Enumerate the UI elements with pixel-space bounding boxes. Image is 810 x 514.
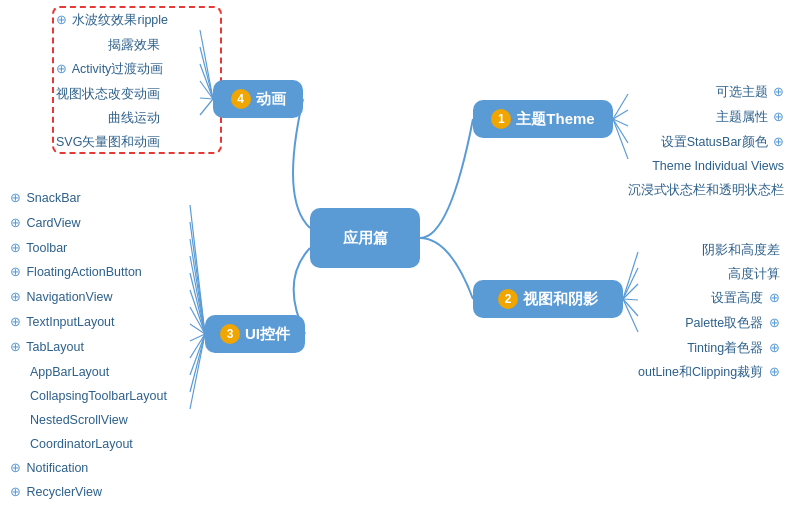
theme-label: 主题Theme <box>516 110 594 129</box>
svg-line-17 <box>190 205 205 334</box>
shadow-item-4[interactable]: Tinting着色器 ⊕ <box>638 338 780 359</box>
svg-line-27 <box>190 334 205 375</box>
uicontrol-item-0[interactable]: ⊕ SnackBar <box>10 188 167 209</box>
animation-badge: 4 <box>231 89 251 109</box>
uicontrol-badge: 3 <box>220 324 240 344</box>
svg-line-26 <box>190 334 205 358</box>
theme-items: 可选主题 ⊕ 主题属性 ⊕ 设置StatusBar颜色 ⊕ Theme Indi… <box>628 82 784 200</box>
svg-line-3 <box>613 119 628 143</box>
shadow-item-3[interactable]: Palette取色器 ⊕ <box>638 313 780 334</box>
uicontrol-item-4[interactable]: ⊕ NavigationView <box>10 287 167 308</box>
svg-line-9 <box>623 299 638 316</box>
uicontrol-item-9[interactable]: NestedScrollView <box>10 410 167 430</box>
svg-line-23 <box>190 307 205 334</box>
svg-line-5 <box>623 252 638 299</box>
theme-item-0[interactable]: 可选主题 ⊕ <box>628 82 784 103</box>
shadow-label: 视图和阴影 <box>523 290 598 309</box>
svg-line-1 <box>613 110 628 119</box>
svg-line-6 <box>623 268 638 299</box>
mindmap-canvas: 应用篇 1 主题Theme 2 视图和阴影 4 动画 3 UI控件 可选主题 ⊕… <box>0 0 810 514</box>
svg-line-28 <box>190 334 205 392</box>
theme-item-2[interactable]: 设置StatusBar颜色 ⊕ <box>628 132 784 153</box>
uicontrol-item-3[interactable]: ⊕ FloatingActionButton <box>10 262 167 283</box>
uicontrol-item-5[interactable]: ⊕ TextInputLayout <box>10 312 167 333</box>
svg-line-2 <box>613 119 628 126</box>
svg-line-7 <box>623 284 638 299</box>
branch-theme[interactable]: 1 主题Theme <box>473 100 613 138</box>
branch-uicontrol[interactable]: 3 UI控件 <box>205 315 305 353</box>
svg-line-18 <box>190 222 205 334</box>
uicontrol-item-10[interactable]: CoordinatorLayout <box>10 434 167 454</box>
svg-line-20 <box>190 256 205 334</box>
svg-line-10 <box>623 299 638 332</box>
uicontrol-item-1[interactable]: ⊕ CardView <box>10 213 167 234</box>
svg-line-21 <box>190 273 205 334</box>
shadow-badge: 2 <box>498 289 518 309</box>
theme-item-4[interactable]: 沉浸式状态栏和透明状态栏 <box>628 180 784 200</box>
uicontrol-item-11[interactable]: ⊕ Notification <box>10 458 167 479</box>
svg-line-25 <box>190 334 205 341</box>
shadow-item-5[interactable]: outLine和Clipping裁剪 ⊕ <box>638 362 780 383</box>
svg-line-24 <box>190 324 205 334</box>
uicontrol-item-2[interactable]: ⊕ Toolbar <box>10 238 167 259</box>
theme-item-3[interactable]: Theme Individual Views <box>628 156 784 176</box>
animation-label: 动画 <box>256 90 286 109</box>
svg-line-22 <box>190 290 205 334</box>
shadow-item-2[interactable]: 设置高度 ⊕ <box>638 288 780 309</box>
svg-line-8 <box>623 299 638 300</box>
shadow-item-1[interactable]: 高度计算 <box>638 264 780 284</box>
shadow-item-0[interactable]: 阴影和高度差 <box>638 240 780 260</box>
uicontrol-item-7[interactable]: AppBarLayout <box>10 362 167 382</box>
shadow-items: 阴影和高度差 高度计算 设置高度 ⊕ Palette取色器 ⊕ Tinting着… <box>638 240 780 383</box>
svg-line-0 <box>613 94 628 119</box>
center-node: 应用篇 <box>310 208 420 268</box>
branch-animation[interactable]: 4 动画 <box>213 80 303 118</box>
theme-item-1[interactable]: 主题属性 ⊕ <box>628 107 784 128</box>
theme-badge: 1 <box>491 109 511 129</box>
branch-shadow[interactable]: 2 视图和阴影 <box>473 280 623 318</box>
svg-line-29 <box>190 334 205 409</box>
animation-border <box>52 6 222 154</box>
uicontrol-item-6[interactable]: ⊕ TabLayout <box>10 337 167 358</box>
svg-line-4 <box>613 119 628 159</box>
uicontrol-label: UI控件 <box>245 325 290 344</box>
uicontrol-item-12[interactable]: ⊕ RecyclerView <box>10 482 167 503</box>
uicontrol-items: ⊕ SnackBar ⊕ CardView ⊕ Toolbar ⊕ Floati… <box>10 188 167 503</box>
uicontrol-item-8[interactable]: CollapsingToolbarLayout <box>10 386 167 406</box>
center-label: 应用篇 <box>343 229 388 248</box>
svg-line-19 <box>190 239 205 334</box>
